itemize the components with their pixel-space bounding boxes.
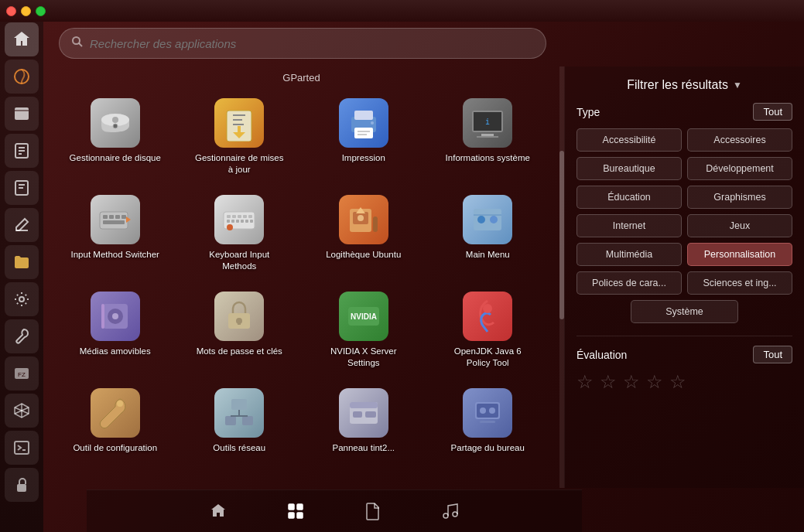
- svg-rect-39: [477, 136, 498, 138]
- filter-btn-7[interactable]: Jeux: [687, 214, 792, 237]
- sidebar-3d-icon[interactable]: [5, 394, 39, 428]
- sidebar-home-icon[interactable]: [5, 22, 39, 56]
- star-5[interactable]: ☆: [669, 371, 686, 393]
- type-section-header: Type Tout: [576, 103, 792, 121]
- apps-area: GParted Gestionnaire de disque Gestionna…: [43, 66, 804, 488]
- toolbar-home-button[interactable]: [203, 496, 234, 527]
- svg-point-99: [453, 512, 457, 517]
- app-item-12[interactable]: Outil de configuration: [55, 380, 176, 462]
- app-label-0: Gestionnaire de disque: [70, 152, 161, 164]
- filter-title-text: Filtrer les résultats: [627, 78, 728, 92]
- app-item-1[interactable]: Gestionnaire de mises à jour: [180, 90, 300, 183]
- sidebar-edit-icon[interactable]: [5, 208, 39, 242]
- app-icon-11: [463, 292, 512, 341]
- toolbar-apps-button[interactable]: [280, 496, 311, 527]
- type-section-title: Type: [576, 106, 600, 118]
- svg-rect-51: [243, 215, 247, 218]
- svg-rect-31: [354, 128, 373, 138]
- filter-btn-9[interactable]: Personnalisation: [687, 243, 792, 266]
- svg-text:FZ: FZ: [18, 371, 26, 378]
- star-3[interactable]: ☆: [623, 371, 640, 393]
- app-item-2[interactable]: Impression: [303, 90, 424, 183]
- app-item-6[interactable]: Logithèque Ubuntu: [303, 187, 424, 280]
- app-item-8[interactable]: Médias amovibles: [55, 284, 176, 377]
- svg-rect-52: [248, 215, 252, 218]
- app-item-7[interactable]: Main Menu: [428, 187, 549, 280]
- app-icon-5: [214, 195, 264, 244]
- filter-btn-11[interactable]: Sciences et ing...: [687, 271, 792, 295]
- filter-btn-3[interactable]: Développement: [687, 157, 792, 180]
- close-button[interactable]: [6, 6, 16, 16]
- search-icon: [71, 36, 84, 51]
- sidebar-wrench-icon[interactable]: [5, 319, 39, 353]
- filter-btn-1[interactable]: Accessoires: [687, 128, 792, 152]
- filter-btn-4[interactable]: Éducation: [576, 186, 682, 209]
- sidebar-folder-icon[interactable]: [5, 245, 39, 279]
- svg-line-21: [79, 43, 82, 46]
- app-label-3: Informations système: [446, 152, 530, 164]
- app-label-11: OpenJDK Java 6 Policy Tool: [441, 346, 534, 369]
- app-item-15[interactable]: Partage du bureau: [428, 380, 549, 462]
- svg-rect-81: [242, 416, 253, 425]
- svg-rect-30: [354, 111, 373, 120]
- filter-btn-12[interactable]: Système: [631, 300, 739, 323]
- eval-section-header: Évaluation Tout: [576, 346, 792, 363]
- svg-point-24: [112, 117, 118, 123]
- bottom-toolbar: [87, 489, 582, 532]
- filter-btn-0[interactable]: Accessibilité: [576, 128, 682, 152]
- filter-btn-5[interactable]: Graphismes: [687, 186, 792, 209]
- svg-rect-80: [225, 416, 236, 425]
- svg-rect-94: [289, 504, 294, 510]
- sidebar-settings-icon[interactable]: [5, 282, 39, 316]
- app-item-11[interactable]: OpenJDK Java 6 Policy Tool: [428, 284, 549, 377]
- filter-btn-6[interactable]: Internet: [576, 214, 682, 237]
- svg-point-98: [443, 513, 448, 518]
- svg-rect-42: [109, 215, 114, 219]
- star-4[interactable]: ☆: [646, 371, 663, 393]
- svg-point-10: [19, 297, 24, 302]
- svg-rect-74: [238, 321, 241, 325]
- sidebar-files-icon[interactable]: [5, 97, 39, 131]
- maximize-button[interactable]: [36, 6, 46, 16]
- filter-btn-2[interactable]: Bureautique: [576, 157, 682, 180]
- search-input[interactable]: [90, 37, 534, 50]
- svg-point-91: [480, 408, 486, 414]
- svg-rect-88: [365, 411, 376, 418]
- sidebar-terminal-icon[interactable]: [5, 431, 39, 465]
- filter-title: Filtrer les résultats ▼: [576, 78, 792, 92]
- minimize-button[interactable]: [21, 6, 31, 16]
- app-item-5[interactable]: Keyboard Input Methods: [180, 187, 300, 280]
- app-icon-7: [463, 195, 512, 244]
- toolbar-file-button[interactable]: [358, 496, 388, 527]
- type-tout-button[interactable]: Tout: [753, 103, 792, 121]
- toolbar-music-button[interactable]: [435, 496, 466, 527]
- app-item-13[interactable]: Outils réseau: [180, 380, 300, 462]
- filter-btn-8[interactable]: Multimédia: [576, 243, 682, 266]
- apps-grid-container[interactable]: GParted Gestionnaire de disque Gestionna…: [43, 66, 559, 488]
- sidebar-docs-icon[interactable]: [5, 134, 39, 168]
- app-item-4[interactable]: Input Method Switcher: [55, 187, 176, 280]
- svg-marker-46: [126, 217, 131, 223]
- apps-grid: Gestionnaire de disque Gestionnaire de m…: [51, 87, 552, 466]
- app-label-6: Logithèque Ubuntu: [326, 249, 401, 261]
- sidebar-notes-icon[interactable]: [5, 171, 39, 205]
- star-1[interactable]: ☆: [576, 371, 594, 393]
- sidebar-filezilla-icon[interactable]: FZ: [5, 356, 39, 390]
- sidebar-firefox-icon[interactable]: [5, 60, 39, 94]
- app-item-10[interactable]: NVIDIA NVIDIA X Server Settings: [303, 284, 424, 377]
- star-2[interactable]: ☆: [600, 371, 617, 393]
- svg-rect-71: [101, 304, 104, 329]
- sidebar-lock-icon[interactable]: [5, 468, 39, 502]
- eval-tout-button[interactable]: Tout: [753, 346, 792, 363]
- section-divider: [576, 336, 792, 336]
- app-item-9[interactable]: Mots de passe et clés: [180, 284, 300, 377]
- svg-text:i: i: [485, 118, 490, 126]
- app-item-14[interactable]: Panneau tint2...: [303, 380, 424, 462]
- scroll-indicator: [559, 66, 564, 488]
- app-icon-9: [214, 292, 264, 341]
- gparted-label: GParted: [51, 70, 552, 87]
- app-item-0[interactable]: Gestionnaire de disque: [55, 90, 176, 183]
- filter-btn-10[interactable]: Polices de cara...: [576, 271, 682, 295]
- svg-rect-41: [103, 215, 108, 219]
- app-item-3[interactable]: i Informations système: [428, 90, 549, 183]
